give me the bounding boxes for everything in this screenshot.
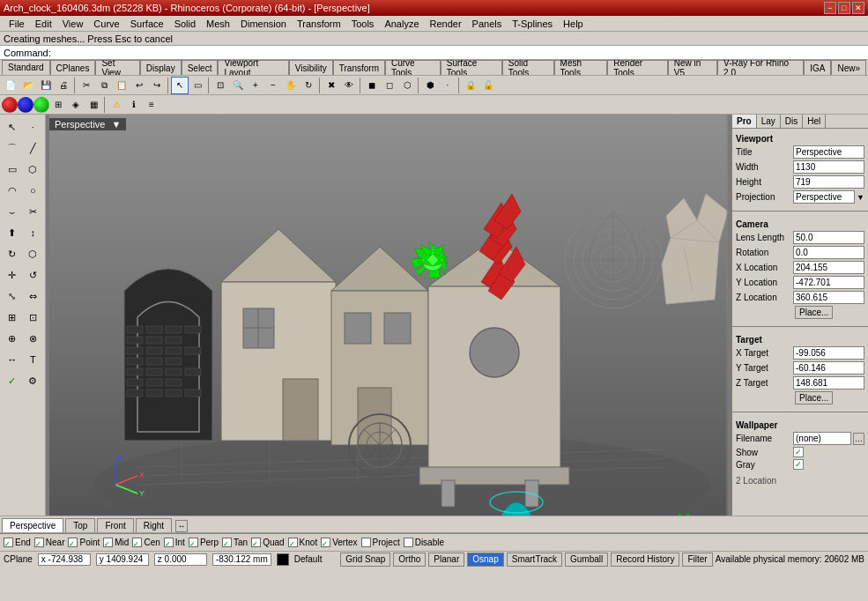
snap-point-label[interactable]: Point <box>79 538 100 547</box>
snap-disable-checkbox[interactable] <box>404 538 413 547</box>
cut-btn[interactable]: ✂ <box>78 77 95 94</box>
smarttrack-button[interactable]: SmartTrack <box>507 553 562 567</box>
zoom-window-btn[interactable]: 🔍 <box>229 77 247 94</box>
tab-viewport-layout[interactable]: Viewport Layout <box>218 60 288 75</box>
menu-solid[interactable]: Solid <box>169 19 201 29</box>
lock-btn[interactable]: 🔒 <box>462 77 479 94</box>
zoom-out-btn[interactable]: − <box>264 77 282 94</box>
btab-perspective[interactable]: Perspective <box>2 518 63 532</box>
wallpaper-browse-icon[interactable]: … <box>853 433 864 445</box>
menu-view[interactable]: View <box>57 19 89 29</box>
btab-top[interactable]: Top <box>65 518 95 532</box>
tab-solid-tools[interactable]: Solid Tools <box>502 60 554 75</box>
projection-dropdown-icon[interactable]: ▼ <box>857 193 864 202</box>
tab-cplanes[interactable]: CPlanes <box>50 60 96 75</box>
tab-display[interactable]: Display <box>140 60 182 75</box>
snap-perp-checkbox[interactable]: ✓ <box>189 538 198 547</box>
close-button[interactable]: ✕ <box>852 2 864 14</box>
target-place-button[interactable]: Place... <box>795 391 833 404</box>
pan-btn[interactable]: ✋ <box>282 77 300 94</box>
ball-btn[interactable] <box>18 97 33 113</box>
snap-disable-label[interactable]: Disable <box>415 538 444 547</box>
rpanel-tab-lay[interactable]: Lay <box>757 115 781 128</box>
layer-btn[interactable]: ⊞ <box>49 96 67 114</box>
viewport-area[interactable]: Perspective ▼ <box>46 115 731 516</box>
select-btn[interactable]: ↖ <box>171 77 189 94</box>
menu-analyze[interactable]: Analyze <box>379 19 424 29</box>
rotate-btn[interactable]: ↻ <box>300 77 317 94</box>
snap-quad-checkbox[interactable]: ✓ <box>251 538 261 547</box>
render-btn[interactable]: ⬡ <box>398 77 416 94</box>
extrude-tool[interactable]: ⬆ <box>3 223 22 242</box>
menu-file[interactable]: File <box>4 19 30 29</box>
menu-edit[interactable]: Edit <box>30 19 57 29</box>
point-btn[interactable]: · <box>439 77 456 94</box>
menu-tsplines[interactable]: T-Splines <box>507 19 558 29</box>
tab-curve-tools[interactable]: Curve Tools <box>385 60 441 75</box>
osnap-button[interactable]: Osnap <box>467 553 503 567</box>
tab-set-view[interactable]: Set View <box>95 60 139 75</box>
snap-knot-label[interactable]: Knot <box>300 538 318 547</box>
rpanel-tab-dis[interactable]: Dis <box>781 115 803 128</box>
line-tool[interactable]: ╱ <box>24 138 43 158</box>
arc-tool[interactable]: ◠ <box>3 181 22 200</box>
tab-standard[interactable]: Standard <box>2 60 50 75</box>
dim-tool[interactable]: ↔ <box>3 350 22 369</box>
maximize-button[interactable]: □ <box>838 2 850 14</box>
viewport-arrow[interactable]: ▼ <box>112 119 122 130</box>
gumball-button[interactable]: Gumball <box>565 553 608 567</box>
copy-btn[interactable]: ⧉ <box>95 77 113 94</box>
check-tool[interactable]: ✓ <box>3 371 22 390</box>
snap-cen-label[interactable]: Cen <box>144 538 160 547</box>
snap-end-label[interactable]: End <box>15 538 31 547</box>
snap-int-label[interactable]: Int <box>175 538 185 547</box>
fillet-tool[interactable]: ⌣ <box>3 202 22 221</box>
text-tool[interactable]: T <box>24 350 43 369</box>
snap-perp-label[interactable]: Perp <box>200 538 219 547</box>
grid-snap-button[interactable]: Grid Snap <box>340 553 390 567</box>
menu-panels[interactable]: Panels <box>467 19 508 29</box>
tab-more[interactable]: New» <box>831 60 866 75</box>
open-btn[interactable]: 📂 <box>19 77 37 94</box>
sphere-btn[interactable] <box>2 97 18 113</box>
tab-new-v5[interactable]: New in V5 <box>668 60 717 75</box>
rpanel-tab-pro[interactable]: Pro <box>732 115 757 128</box>
record-history-button[interactable]: Record History <box>611 553 679 567</box>
menu-curve[interactable]: Curve <box>88 19 124 29</box>
planar-button[interactable]: Planar <box>428 553 464 567</box>
rect-tool[interactable]: ▭ <box>3 160 22 179</box>
revolve-tool[interactable]: ↻ <box>3 244 22 263</box>
rotate3d-tool[interactable]: ↺ <box>24 265 43 285</box>
prop-btn[interactable]: ≡ <box>143 96 160 114</box>
menu-mesh[interactable]: Mesh <box>201 19 235 29</box>
paste-btn[interactable]: 📋 <box>113 77 130 94</box>
offset-tool[interactable]: ⊡ <box>24 308 43 327</box>
snap-mid-checkbox[interactable]: ✓ <box>103 538 113 547</box>
snap-mid-label[interactable]: Mid <box>115 538 129 547</box>
mirror-tool[interactable]: ⇔ <box>24 286 43 306</box>
loft-tool[interactable]: ⬡ <box>24 244 43 263</box>
tab-surface-tools[interactable]: Surface Tools <box>441 60 502 75</box>
point-tool[interactable]: · <box>24 117 43 137</box>
info-btn[interactable]: ℹ <box>125 96 143 114</box>
delete-btn[interactable]: ✖ <box>323 77 340 94</box>
move-tool[interactable]: ✛ <box>3 265 22 285</box>
filter-button[interactable]: Filter <box>682 553 712 567</box>
undo-btn[interactable]: ↩ <box>130 77 148 94</box>
tab-mesh-tools[interactable]: Mesh Tools <box>554 60 608 75</box>
snap-quad-label[interactable]: Quad <box>263 538 284 547</box>
circle-tool[interactable]: ○ <box>24 181 43 200</box>
sweep-tool[interactable]: ↕ <box>24 223 43 242</box>
gray-checkbox[interactable] <box>793 459 804 470</box>
tab-vray[interactable]: V-Ray For Rhino 2.0 <box>717 60 804 75</box>
menu-tools[interactable]: Tools <box>346 19 380 29</box>
unlock-btn[interactable]: 🔓 <box>479 77 497 94</box>
green-sphere-btn[interactable] <box>33 97 49 113</box>
snap-tan-label[interactable]: Tan <box>234 538 248 547</box>
warning-btn[interactable]: ⚠ <box>108 96 125 114</box>
tab-iga[interactable]: IGA <box>804 60 831 75</box>
poly-tool[interactable]: ⬡ <box>24 160 43 179</box>
boolean-tool[interactable]: ⊕ <box>3 329 22 348</box>
show-checkbox[interactable] <box>793 447 804 457</box>
tab-visibility[interactable]: Visibility <box>289 60 333 75</box>
